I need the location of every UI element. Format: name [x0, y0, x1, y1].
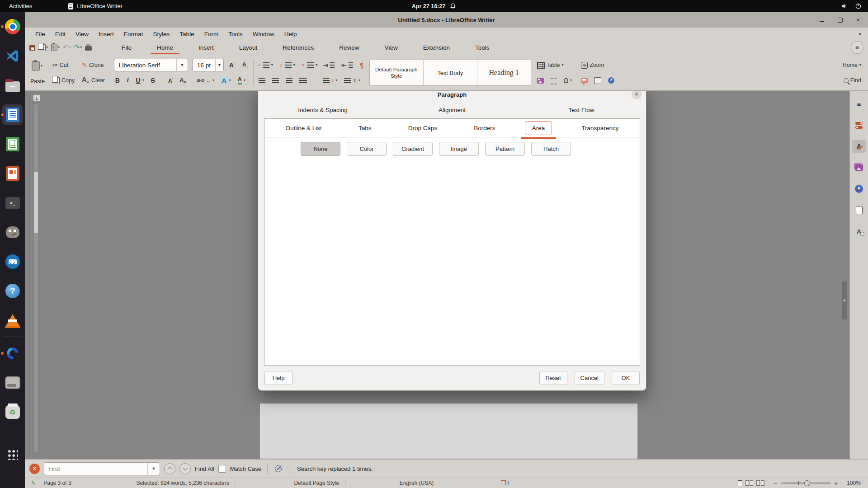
zoom-slider-track[interactable]	[781, 483, 830, 483]
menu-help[interactable]: Help	[280, 29, 301, 39]
menu-form[interactable]: Form	[200, 29, 223, 39]
insert-hyperlink-icon[interactable]	[607, 76, 616, 84]
zoom-out-icon[interactable]: −	[774, 480, 777, 486]
dock-show-applications[interactable]	[2, 444, 23, 465]
ribbon-tab-extension[interactable]: Extension	[411, 42, 462, 54]
edit-mode-icon[interactable]: ✎	[29, 480, 37, 486]
tab-drop-caps[interactable]: Drop Caps	[401, 121, 445, 135]
dialog-titlebar[interactable]: Paragraph ×	[258, 91, 646, 101]
align-left-icon[interactable]	[257, 77, 267, 84]
find-all-button[interactable]: Find All	[195, 465, 214, 472]
word-count-status[interactable]: Selected: 924 words, 5,236 characters	[130, 480, 236, 486]
properties-icon[interactable]	[852, 118, 866, 132]
menu-edit[interactable]: Edit	[51, 29, 70, 39]
align-center-icon[interactable]	[271, 77, 280, 84]
outline-list-icon[interactable]: ≡▾	[301, 61, 319, 69]
dock-libreoffice-impress[interactable]	[2, 163, 23, 184]
find-toolbar-button[interactable]: Find	[842, 76, 863, 84]
style-default-paragraph[interactable]: Default Paragraph Style	[370, 60, 423, 85]
menu-window[interactable]: Window	[249, 29, 278, 39]
special-character-icon[interactable]: Ω▾	[562, 76, 573, 84]
tab-tabs[interactable]: Tabs	[351, 121, 379, 135]
align-right-icon[interactable]	[284, 77, 294, 84]
dialog-close-icon[interactable]: ×	[632, 91, 642, 99]
italic-button[interactable]: I	[125, 76, 130, 85]
menu-format[interactable]: Format	[120, 29, 147, 39]
numbered-list-icon[interactable]: 1▾	[278, 61, 297, 69]
ribbon-tab-home[interactable]: Home	[145, 42, 185, 54]
style-inspector-icon[interactable]: A	[852, 225, 866, 238]
tab-area[interactable]: Area	[525, 121, 552, 135]
decrease-indent-icon[interactable]: ⇤	[340, 61, 354, 69]
grow-font-icon[interactable]: A↑	[228, 61, 237, 70]
dock-vscode[interactable]	[2, 46, 23, 66]
subscript-button[interactable]: Aʙ	[179, 76, 188, 85]
fill-gradient-button[interactable]: Gradient	[393, 142, 433, 156]
menu-styles[interactable]: Styles	[149, 29, 174, 39]
bullet-list-icon[interactable]: •▾	[257, 61, 274, 69]
page-style-status[interactable]: Default Page Style	[288, 480, 345, 486]
minimize-button[interactable]	[818, 16, 826, 23]
dock-libreoffice-writer[interactable]	[2, 104, 23, 125]
redo-icon[interactable]: ↷▾	[74, 43, 82, 52]
justify-icon[interactable]	[298, 77, 308, 84]
find-history-dropdown-icon[interactable]: ▼	[147, 463, 160, 475]
strikethrough-button[interactable]: S	[150, 76, 156, 85]
ribbon-tab-insert[interactable]: Insert	[187, 42, 226, 54]
tab-transparency[interactable]: Transparency	[574, 121, 626, 135]
close-document-icon[interactable]: ×	[858, 31, 862, 38]
dock-terminal[interactable]: >_	[2, 192, 23, 213]
activities-button[interactable]: Activities	[0, 0, 41, 12]
help-button[interactable]: Help	[264, 371, 292, 385]
tab-outline-list[interactable]: Outline & List	[278, 121, 329, 135]
tab-alignment[interactable]: Alignment	[387, 103, 517, 117]
tab-stop-selector[interactable]: L	[33, 94, 41, 101]
tab-text-flow[interactable]: Text Flow	[517, 103, 646, 117]
character-spacing-icon[interactable]: B-D↔▾	[196, 77, 216, 84]
superscript-button[interactable]: A'	[167, 76, 175, 85]
dock-help[interactable]: ?	[2, 281, 23, 301]
cancel-button[interactable]: Cancel	[575, 371, 604, 385]
menu-file[interactable]: File	[31, 29, 49, 39]
fill-pattern-button[interactable]: Pattern	[485, 142, 525, 156]
find-and-replace-icon[interactable]	[274, 465, 283, 473]
vertical-scrollbar-thumb[interactable]	[842, 282, 847, 319]
cut-button[interactable]: ✂Cut	[51, 61, 70, 69]
multi-page-view-icon[interactable]	[745, 480, 754, 486]
dock-google-chrome[interactable]	[2, 16, 23, 37]
font-size-combobox[interactable]: 16 pt▼	[192, 59, 224, 71]
dock-vlc[interactable]	[2, 310, 23, 331]
dock-thunderbird[interactable]	[2, 251, 23, 272]
language-status[interactable]: English (USA)	[393, 480, 440, 486]
print-icon[interactable]	[85, 44, 92, 51]
ribbon-tab-references[interactable]: References	[271, 42, 326, 54]
zoom-button[interactable]: ⊕Zoom	[580, 61, 605, 70]
styles-icon[interactable]: A	[852, 140, 866, 153]
maximize-button[interactable]	[836, 16, 844, 23]
match-case-label[interactable]: Match Case	[230, 465, 261, 472]
find-input[interactable]	[44, 465, 147, 472]
paste-button[interactable]: ▾	[31, 61, 44, 70]
reset-button[interactable]: Reset	[539, 371, 567, 385]
match-case-checkbox[interactable]	[218, 465, 226, 473]
zoom-percent-status[interactable]: 100%	[842, 480, 863, 486]
insert-table-button[interactable]: Table▾	[536, 61, 565, 70]
dock-gimp[interactable]	[2, 222, 23, 243]
tab-borders[interactable]: Borders	[467, 121, 502, 135]
dock-removable-media[interactable]	[2, 372, 23, 393]
close-button[interactable]: ×	[854, 16, 862, 23]
undo-icon[interactable]: ↶▾	[63, 43, 71, 52]
shrink-font-icon[interactable]: A↓	[241, 61, 250, 70]
insert-mode-status[interactable]: I	[495, 480, 515, 486]
menu-table[interactable]: Table	[175, 29, 198, 39]
ribbon-tab-review[interactable]: Review	[327, 42, 371, 54]
ribbon-tab-layout[interactable]: Layout	[227, 42, 269, 54]
menu-view[interactable]: View	[71, 29, 93, 39]
ok-button[interactable]: OK	[612, 371, 640, 385]
notebookbar-menu-icon[interactable]: ≡	[851, 41, 863, 54]
clear-formatting-button[interactable]: A✗Clear	[80, 75, 106, 85]
save-icon[interactable]	[29, 45, 35, 51]
fill-none-button[interactable]: None	[301, 142, 340, 156]
clone-formatting-button[interactable]: ✎Clone	[80, 61, 105, 69]
font-name-combobox[interactable]: Liberation Serif▼	[114, 59, 188, 71]
